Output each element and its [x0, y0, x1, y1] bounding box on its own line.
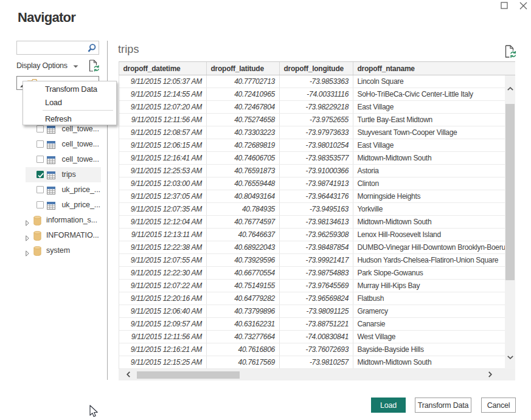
tree-item-cell-towe[interactable]: cell_towe...: [16, 137, 107, 152]
column-header-dropoff_ntaname[interactable]: dropoff_ntaname: [353, 62, 505, 75]
vertical-scrollbar[interactable]: [505, 75, 515, 369]
cell-dropoff_datetime: 9/11/2015 12:06:15 AM: [119, 139, 207, 151]
maximize-button[interactable]: [495, 0, 513, 12]
tree-item-information-s[interactable]: information_s...: [16, 213, 107, 228]
cell-dropoff_datetime: 9/11/2015 12:07:20 AM: [119, 101, 207, 113]
tree-collapsed-icon[interactable]: [26, 220, 29, 226]
table-row: 9/11/2015 12:07:20 AM40.72467804-73.9822…: [119, 101, 505, 114]
table-row: 9/11/2015 12:16:21 AM40.7616806-73.76072…: [119, 343, 505, 356]
tree-item-checkbox[interactable]: [36, 156, 44, 163]
cell-dropoff_latitude: 40.75149155: [207, 280, 280, 292]
database-icon: [33, 216, 41, 225]
cell-dropoff_datetime: 9/11/2015 12:07:55 AM: [119, 254, 207, 266]
table-row: 9/11/2015 12:12:04 AM40.76774597-73.9813…: [119, 216, 505, 229]
close-icon: [519, 2, 527, 10]
scroll-right-icon[interactable]: [488, 371, 492, 377]
refresh-preview-icon-left[interactable]: [89, 60, 100, 72]
table-icon: [47, 187, 55, 195]
scroll-up-icon[interactable]: [507, 87, 513, 91]
cell-dropoff_latitude: 40.73303223: [207, 126, 280, 139]
tree-item-checkbox[interactable]: [36, 125, 44, 133]
close-button[interactable]: [514, 0, 531, 12]
cell-dropoff_ntaname: Park Slope-Gowanus: [353, 267, 505, 279]
menu-item-transform-data[interactable]: Transform Data: [45, 84, 97, 94]
menu-item-refresh[interactable]: Refresh: [45, 114, 71, 123]
cell-dropoff_datetime: 9/11/2015 12:11:56 AM: [119, 114, 207, 126]
table-row: 9/11/2015 12:11:56 AM40.73277664-74.0083…: [119, 331, 505, 343]
cell-dropoff_ntaname: DUMBO-Vinegar Hill-Downtown Brooklyn-Boe…: [353, 241, 505, 253]
tree-item-label: cell_towe...: [62, 140, 99, 148]
table-row: 9/11/2015 12:22:30 AM40.66770554-73.9875…: [119, 267, 505, 280]
tree-item-checkbox[interactable]: [36, 186, 44, 193]
cell-dropoff_latitude: 40.76559448: [207, 177, 280, 190]
tree-item-uk-price[interactable]: uk_price_...: [16, 198, 107, 213]
scroll-left-icon[interactable]: [127, 371, 130, 377]
load-button[interactable]: Load: [371, 398, 406, 413]
cell-dropoff_latitude: 40.7617569: [207, 356, 280, 368]
tree-item-label: trips: [62, 170, 76, 179]
search-input[interactable]: [18, 42, 89, 53]
table-icon: [47, 156, 55, 164]
table-row: 9/11/2015 12:20:16 AM40.64779282-73.9656…: [119, 292, 505, 305]
mouse-cursor: [89, 405, 99, 418]
column-header-dropoff_latitude[interactable]: dropoff_latitude: [207, 62, 280, 75]
tree-item-uk-price[interactable]: uk_price_...: [16, 182, 107, 198]
cell-dropoff_datetime: 9/11/2015 12:16:41 AM: [119, 152, 207, 164]
tree-item-checkbox[interactable]: [36, 201, 44, 208]
cell-dropoff_datetime: 9/11/2015 12:22:38 AM: [119, 241, 207, 253]
cell-dropoff_datetime: 9/11/2015 12:05:37 AM: [119, 75, 207, 88]
tree-collapsed-icon[interactable]: [26, 250, 29, 256]
cell-dropoff_latitude: 40.784935: [207, 203, 280, 215]
cell-dropoff_latitude: 40.72467804: [207, 101, 280, 113]
cell-dropoff_longitude: -73.96259308: [280, 229, 353, 241]
cell-dropoff_longitude: -74.00331116: [280, 88, 353, 100]
cell-dropoff_latitude: 40.76774597: [207, 216, 280, 228]
cell-dropoff_latitude: 40.66770554: [207, 267, 280, 279]
table-row: 9/11/2015 12:06:15 AM40.72689819-73.9801…: [119, 139, 505, 152]
tree-item-checkbox[interactable]: [36, 171, 44, 178]
cell-dropoff_latitude: 40.73277664: [207, 331, 280, 343]
tree-item-informatio[interactable]: INFORMATIO...: [16, 228, 107, 243]
search-box[interactable]: [16, 41, 99, 55]
cell-dropoff_ntaname: Bayside-Bayside Hills: [353, 343, 505, 356]
table-row: 9/11/2015 12:13:11 AM40.7646637-73.96259…: [119, 229, 505, 241]
cell-dropoff_longitude: -73.9495163: [280, 203, 353, 215]
cell-dropoff_longitude: -73.97973633: [280, 126, 353, 139]
table-row: 9/11/2015 12:07:55 AM40.73929596-73.9992…: [119, 254, 505, 267]
transform-data-button[interactable]: Transform Data: [415, 398, 471, 413]
column-header-dropoff_datetime[interactable]: dropoff_datetime: [119, 62, 207, 75]
cell-dropoff_longitude: -74.00830841: [280, 331, 353, 343]
cell-dropoff_ntaname: Murray Hill-Kips Bay: [353, 280, 505, 292]
scroll-down-icon[interactable]: [507, 356, 513, 359]
cell-dropoff_latitude: 40.72689819: [207, 139, 280, 151]
cell-dropoff_datetime: 9/11/2015 12:25:53 AM: [119, 165, 207, 177]
tree-item-system[interactable]: system: [16, 243, 107, 258]
context-menu: Transform Data Load Refresh: [23, 81, 117, 125]
display-options-dropdown[interactable]: Display Options: [16, 61, 78, 71]
tree-item-trips[interactable]: trips: [16, 167, 107, 182]
menu-item-load[interactable]: Load: [45, 98, 62, 107]
search-icon[interactable]: [86, 43, 97, 53]
cell-dropoff_datetime: 9/11/2015 12:20:16 AM: [119, 292, 207, 305]
cell-dropoff_ntaname: Canarsie: [353, 318, 505, 330]
cell-dropoff_ntaname: Hudson Yards-Chelsea-Flatiron-Union Squa…: [353, 254, 505, 266]
cancel-button[interactable]: Cancel: [481, 398, 516, 413]
tree-item-label: cell_towe...: [62, 125, 99, 133]
cell-dropoff_latitude: 40.77702713: [207, 75, 280, 88]
cell-dropoff_longitude: -73.98353577: [280, 152, 353, 164]
cell-dropoff_datetime: 9/11/2015 12:13:11 AM: [119, 229, 207, 241]
cell-dropoff_datetime: 9/11/2015 12:11:56 AM: [119, 331, 207, 343]
column-header-dropoff_longitude[interactable]: dropoff_longitude: [280, 62, 353, 75]
tree-item-label: information_s...: [46, 216, 97, 224]
vertical-scroll-thumb[interactable]: [505, 104, 515, 280]
tree-item-cell-towe[interactable]: cell_towe...: [16, 152, 107, 167]
tree-collapsed-icon[interactable]: [26, 235, 29, 241]
tree-item-checkbox[interactable]: [36, 140, 44, 148]
horizontal-scroll-thumb[interactable]: [137, 371, 240, 379]
refresh-preview-icon[interactable]: [505, 45, 516, 58]
preview-table-header: dropoff_datetimedropoff_latitudedropoff_…: [119, 61, 515, 75]
cell-dropoff_longitude: -73.98754883: [280, 267, 353, 279]
horizontal-scrollbar[interactable]: [119, 369, 515, 380]
cell-dropoff_ntaname: Astoria: [353, 165, 505, 177]
cell-dropoff_longitude: -73.98741913: [280, 177, 353, 190]
